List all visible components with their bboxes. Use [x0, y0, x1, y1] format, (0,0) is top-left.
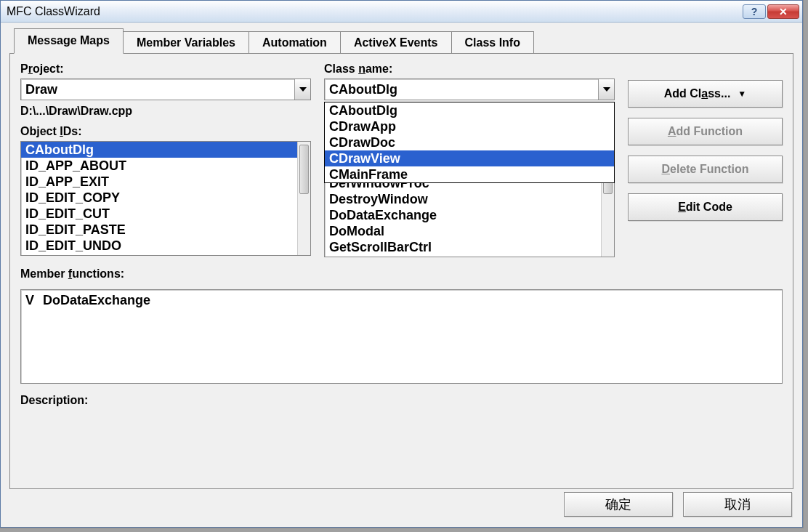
window-body: Message Maps Member Variables Automation…	[1, 23, 802, 527]
close-button[interactable]: ✕	[767, 4, 799, 19]
project-combo-value: Draw	[21, 79, 294, 100]
dialog-buttons: 确定 取消	[564, 492, 792, 517]
title-bar: MFC ClassWizard ? ✕	[1, 1, 802, 23]
button-label: Add Function	[668, 125, 743, 138]
tab-class-info[interactable]: Class Info	[451, 31, 534, 54]
objectids-item[interactable]: ID_EDIT_CUT	[21, 206, 310, 222]
dropdown-arrow-icon: ▼	[738, 89, 746, 99]
scrollbar-thumb[interactable]	[299, 145, 309, 194]
messages-item[interactable]: GetScrollBarCtrl	[325, 239, 614, 255]
objectids-item[interactable]: ID_EDIT_PASTE	[21, 222, 310, 238]
member-function-name: DoDataExchange	[43, 293, 150, 307]
objectids-label: Object IDs:	[20, 125, 311, 138]
window-title: MFC ClassWizard	[7, 5, 743, 18]
button-label: Add Class...	[664, 87, 731, 100]
objectids-scrollbar[interactable]	[297, 142, 310, 255]
tab-automation[interactable]: Automation	[249, 31, 341, 54]
button-label: 确定	[605, 496, 631, 513]
messages-item[interactable]: DoModal	[325, 223, 614, 239]
project-combo-dropdown-button[interactable]	[294, 79, 310, 100]
upper-columns: Project: Draw D:\...\Draw\Draw.cpp Objec…	[20, 63, 783, 257]
help-icon: ?	[751, 6, 758, 17]
edit-code-button[interactable]: Edit Code	[628, 193, 783, 221]
messages-item[interactable]: DoDataExchange	[325, 207, 614, 223]
help-button[interactable]: ?	[743, 4, 766, 19]
chevron-down-icon	[299, 87, 307, 92]
tab-panel-message-maps: Project: Draw D:\...\Draw\Draw.cpp Objec…	[9, 53, 793, 489]
classname-dropdown-item[interactable]: CAboutDlg	[325, 102, 614, 118]
member-function-row[interactable]: VDoDataExchange	[25, 293, 777, 308]
title-buttons: ? ✕	[743, 4, 799, 19]
button-label: Delete Function	[661, 163, 748, 176]
chevron-down-icon	[603, 87, 610, 92]
tab-activex-events[interactable]: ActiveX Events	[340, 31, 452, 54]
add-function-button[interactable]: Add Function	[628, 118, 783, 145]
tab-message-maps[interactable]: Message Maps	[14, 28, 124, 54]
classname-dropdown[interactable]: CAboutDlgCDrawAppCDrawDocCDrawViewCMainF…	[324, 102, 615, 183]
member-function-marker: V	[25, 293, 43, 308]
action-buttons-column: Add Class... ▼ Add Function Delete Funct…	[628, 63, 783, 257]
tab-member-variables[interactable]: Member Variables	[123, 31, 249, 54]
add-class-button[interactable]: Add Class... ▼	[628, 80, 783, 108]
button-label: 取消	[724, 496, 751, 513]
tab-label: Automation	[262, 36, 327, 49]
classname-combo-value: CAboutDlg	[325, 79, 598, 100]
classname-combo[interactable]: CAboutDlg	[324, 78, 615, 100]
classname-dropdown-item[interactable]: CMainFrame	[325, 166, 614, 182]
cancel-button[interactable]: 取消	[683, 492, 792, 517]
classname-dropdown-item[interactable]: CDrawDoc	[325, 134, 614, 150]
objectids-item[interactable]: ID_EDIT_COPY	[21, 190, 310, 206]
objectids-item[interactable]: ID_APP_EXIT	[21, 174, 310, 190]
project-label: Project:	[20, 63, 311, 76]
member-functions-label: Member functions:	[20, 267, 783, 281]
classname-dropdown-item[interactable]: CDrawApp	[325, 118, 614, 134]
tab-label: Message Maps	[28, 34, 110, 47]
button-label: Edit Code	[678, 201, 732, 214]
classname-dropdown-item[interactable]: CDrawView	[325, 150, 614, 166]
project-column: Project: Draw D:\...\Draw\Draw.cpp Objec…	[20, 63, 311, 257]
classname-combo-dropdown-button[interactable]	[598, 79, 614, 100]
objectids-listbox[interactable]: CAboutDlgID_APP_ABOUTID_APP_EXITID_EDIT_…	[20, 141, 311, 256]
tab-label: ActiveX Events	[354, 36, 438, 49]
objectids-item[interactable]: ID_APP_ABOUT	[21, 158, 310, 174]
classname-label: Class name:	[324, 63, 615, 76]
delete-function-button[interactable]: Delete Function	[628, 156, 783, 183]
tab-strip: Message Maps Member Variables Automation…	[9, 30, 793, 53]
tab-label: Class Info	[465, 36, 520, 49]
messages-item[interactable]: DestroyWindow	[325, 191, 614, 207]
project-combo[interactable]: Draw	[20, 78, 311, 100]
tab-label: Member Variables	[137, 36, 235, 49]
ok-button[interactable]: 确定	[564, 492, 673, 517]
source-file-path: D:\...\Draw\Draw.cpp	[20, 105, 311, 118]
objectids-item[interactable]: CAboutDlg	[21, 142, 310, 158]
close-icon: ✕	[779, 6, 788, 17]
classwizard-window: MFC ClassWizard ? ✕ Message Maps Member …	[0, 0, 803, 528]
classname-column: Class name: CAboutDlg DefWindowProcDestr…	[324, 63, 615, 257]
description-label: Description:	[20, 394, 783, 407]
member-functions-listbox[interactable]: VDoDataExchange	[20, 289, 783, 384]
objectids-item[interactable]: ID_EDIT_UNDO	[21, 238, 310, 254]
